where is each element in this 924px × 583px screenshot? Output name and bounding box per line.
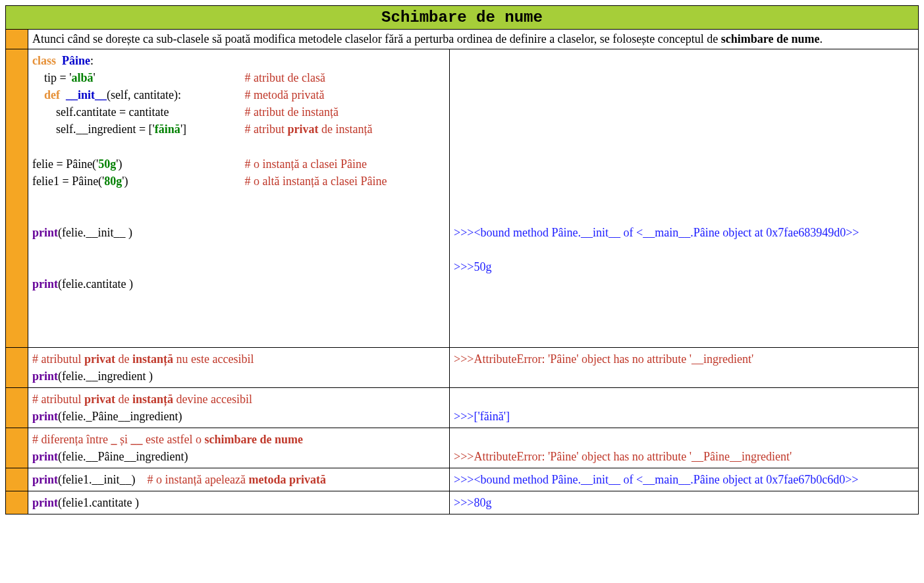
builtin-print: print xyxy=(32,496,58,509)
intro-text: Atunci când se dorește ca sub-clasele să… xyxy=(28,30,919,49)
row-marker xyxy=(6,491,28,514)
output-line: >>><bound method Pâine.__init__ of <__ma… xyxy=(454,471,914,488)
method-name: __init__ xyxy=(66,88,107,101)
row-marker xyxy=(6,428,28,468)
code-comment: # atributul privat de instanță nu este a… xyxy=(32,350,445,368)
row-marker xyxy=(6,387,28,428)
output-error: >>>AttributeError: 'Pâine' object has no… xyxy=(454,448,914,465)
builtin-print: print xyxy=(32,410,58,423)
code-text: (felie1.__init__) xyxy=(58,473,135,486)
name-mangling-table: Schimbare de nume Atunci când se dorește… xyxy=(5,5,919,514)
code-text: self.cantitate = cantitate xyxy=(56,105,169,119)
output-block: >>>80g xyxy=(450,491,919,514)
code-block-main: class Pâine: tip = 'albă' # atribut de c… xyxy=(28,49,450,348)
builtin-print: print xyxy=(32,370,58,383)
output-block: >>>AttributeError: 'Pâine' object has no… xyxy=(450,347,919,387)
code-text: ' xyxy=(93,71,95,84)
code-text: (felie.__init__ ) xyxy=(58,226,132,239)
code-comment: # atribut de clasă xyxy=(245,71,325,84)
code-text: (felie.cantitate ) xyxy=(58,277,133,291)
code-block: print(felie1.cantitate ) xyxy=(28,491,450,514)
code-text: (felie._Pâine__ingredient) xyxy=(58,410,182,423)
code-comment: # diferența între _ și __ este astfel o … xyxy=(32,431,445,448)
output-block-main: >>><bound method Pâine.__init__ of <__ma… xyxy=(450,49,919,348)
string-literal: 80g xyxy=(104,175,122,188)
intro-part3: . xyxy=(819,32,823,45)
intro-bold: schimbare de nume xyxy=(721,32,820,45)
code-block: # atributul privat de instanță devine ac… xyxy=(28,387,450,428)
output-line: >>><bound method Pâine.__init__ of <__ma… xyxy=(454,224,914,241)
output-block: >>><bound method Pâine.__init__ of <__ma… xyxy=(450,468,919,491)
row-marker xyxy=(6,49,28,348)
output-line: >>>80g xyxy=(454,494,914,511)
class-name: Pâine xyxy=(62,54,90,67)
output-error: >>>AttributeError: 'Pâine' object has no… xyxy=(454,350,914,368)
section-title: Schimbare de nume xyxy=(6,6,919,30)
code-text: felie = Pâine(' xyxy=(32,157,98,171)
code-text: (felie1.cantitate ) xyxy=(58,496,139,509)
code-text: (felie.__ingredient ) xyxy=(58,370,153,383)
code-comment: # atributul privat de instanță devine ac… xyxy=(32,391,445,408)
colon: : xyxy=(90,54,94,67)
code-block: print(felie1.__init__) # o instanță apel… xyxy=(28,468,450,491)
code-comment: # atribut de instanță xyxy=(245,105,339,119)
builtin-print: print xyxy=(32,226,58,239)
string-literal: albă xyxy=(71,71,93,84)
code-comment: # o instanță a clasei Pâine xyxy=(245,157,367,171)
intro-part1: Atunci când se dorește ca sub-clasele să… xyxy=(32,32,721,45)
code-comment: # o instanță apelează metoda privată xyxy=(147,473,325,486)
row-marker xyxy=(6,347,28,387)
builtin-print: print xyxy=(32,473,58,486)
output-block: >>>AttributeError: 'Pâine' object has no… xyxy=(450,428,919,468)
code-text: (self, cantitate): xyxy=(107,88,181,101)
code-comment: # o altă instanță a clasei Pâine xyxy=(245,175,387,188)
code-text: self.__ingredient = [' xyxy=(56,123,155,136)
builtin-print: print xyxy=(32,450,58,463)
code-block: # atributul privat de instanță nu este a… xyxy=(28,347,450,387)
output-line: >>>50g xyxy=(454,258,914,275)
keyword-def: def xyxy=(44,88,60,101)
row-marker xyxy=(6,30,28,49)
code-text: tip = ' xyxy=(44,71,71,84)
code-block: # diferența între _ și __ este astfel o … xyxy=(28,428,450,468)
output-line: >>>['făină'] xyxy=(454,408,914,425)
code-comment: # atribut privat de instanță xyxy=(245,123,373,136)
string-literal: făină xyxy=(155,123,180,136)
code-text: ') xyxy=(122,175,128,188)
row-marker xyxy=(6,468,28,491)
code-text: '] xyxy=(180,123,186,136)
code-comment: # metodă privată xyxy=(245,88,325,101)
string-literal: 50g xyxy=(98,157,116,171)
code-text: ') xyxy=(116,157,122,171)
code-text: (felie.__Pâine__ingredient) xyxy=(58,450,188,463)
keyword-class: class xyxy=(32,54,56,67)
builtin-print: print xyxy=(32,277,58,291)
output-block: >>>['făină'] xyxy=(450,387,919,428)
code-text: felie1 = Pâine(' xyxy=(32,175,104,188)
